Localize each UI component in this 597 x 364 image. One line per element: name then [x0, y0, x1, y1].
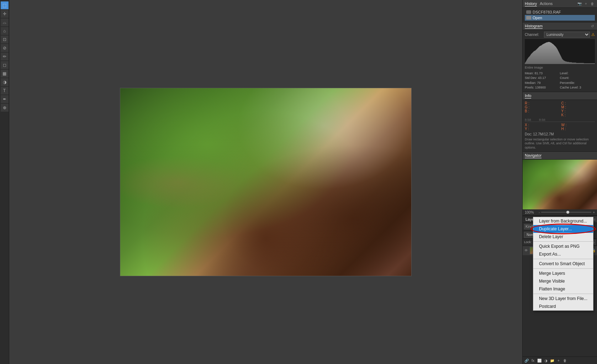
histogram-panel-icons: ↺	[590, 24, 595, 29]
context-menu-item-export-as[interactable]: Export As...	[533, 250, 593, 258]
tool-lasso[interactable]: ⌓	[1, 18, 9, 26]
layer-visibility-eye[interactable]: 👁	[524, 248, 528, 253]
navigator-header: Navigator	[523, 152, 597, 160]
tool-crop[interactable]: ⊡	[1, 36, 9, 43]
context-menu-item-duplicate[interactable]: Duplicate Layer...	[533, 225, 593, 233]
info-header: Info	[523, 92, 597, 100]
canvas-area	[9, 0, 522, 364]
tab-actions[interactable]: Actions	[540, 1, 553, 6]
histogram-cache: Cache Level: 3	[560, 85, 595, 90]
context-menu-item-3d-layer[interactable]: New 3D Layer from File...	[533, 295, 593, 303]
histogram-stats: Entire Image Mean: 81.73 Std Dev: 43.17 …	[525, 65, 595, 90]
navigator-section: Navigator 100% - +	[523, 152, 597, 216]
info-c: C :	[561, 101, 595, 105]
zoom-level-label: 100%	[525, 210, 537, 214]
layers-group-icon[interactable]: 📁	[550, 358, 555, 363]
info-xy-col: X : Y :	[525, 123, 559, 131]
tool-move[interactable]: ✛	[1, 10, 9, 18]
histogram-channel-select[interactable]: Luminosity RGB Red Green Blue	[544, 32, 590, 38]
histogram-warning-icon: ⚠	[591, 32, 595, 37]
history-item-open[interactable]: Open	[525, 15, 595, 21]
info-cmyk-col: C : M : Y : K :	[561, 101, 595, 117]
info-y-pos: Y :	[525, 127, 559, 131]
history-open-icon	[526, 16, 531, 20]
tool-text[interactable]: T	[1, 87, 9, 95]
info-b: B :	[525, 109, 559, 113]
layers-delete-icon[interactable]: 🗑	[562, 358, 567, 363]
info-bit-depth: 8-bit 8-bit	[525, 118, 595, 122]
tab-navigator[interactable]: Navigator	[525, 153, 541, 158]
histogram-header: Histogram ↺	[523, 22, 597, 30]
zoom-in-icon[interactable]: +	[593, 210, 595, 214]
tab-history[interactable]: History	[525, 1, 537, 6]
info-section: Info R : G : B : C : M : Y :	[523, 92, 597, 152]
info-m: M :	[561, 105, 595, 109]
tab-histogram[interactable]: Histogram	[525, 23, 543, 29]
zoom-out-icon[interactable]: -	[539, 210, 540, 214]
tool-eraser[interactable]: ◻	[1, 61, 9, 69]
histogram-source: Entire Image	[525, 65, 595, 70]
history-item-file[interactable]: DSCF8783.RAF	[525, 9, 595, 15]
layer-item-background[interactable]: 👁 Background 🔒 Layer from Background... …	[523, 246, 597, 256]
history-tabs: History Actions	[525, 1, 553, 6]
context-menu-item-smart-object[interactable]: Convert to Smart Object	[533, 260, 593, 268]
histogram-area: Channel: Luminosity RGB Red Green Blue ⚠	[523, 30, 597, 92]
history-item-icon	[526, 10, 531, 14]
layers-mask-icon[interactable]: ⬜	[537, 358, 542, 363]
histogram-count: Count:	[560, 76, 595, 81]
histogram-pixels: Pixels: 138900	[525, 85, 560, 90]
tool-marquee[interactable]: ⬚	[1, 1, 9, 9]
histogram-level: Level:	[560, 71, 595, 76]
left-toolbar: ⬚ ✛ ⌓ ⌂ ⊡ ⊘ ✏ ◻ ▦ ◑ T ✒ ⊕	[0, 0, 9, 364]
layers-link-icon[interactable]: 🔗	[524, 358, 529, 363]
histogram-section: Histogram ↺ Channel: Luminosity RGB Red …	[523, 22, 597, 92]
histogram-channel-label: Channel:	[525, 33, 543, 37]
histogram-stats-right: Level: Count: Percentile: Cache Level: 3	[560, 71, 595, 90]
context-menu-sep-3	[533, 268, 593, 269]
histogram-channel-row: Channel: Luminosity RGB Red Green Blue ⚠	[525, 32, 595, 38]
context-menu-item-merge-layers[interactable]: Merge Layers	[533, 269, 593, 277]
context-menu-item-delete[interactable]: Delete Layer	[533, 233, 593, 241]
tool-pen[interactable]: ✒	[1, 95, 9, 103]
context-menu-item-postcard[interactable]: Postcard	[533, 303, 593, 310]
tool-wand[interactable]: ⌂	[1, 27, 9, 35]
layers-bottom-bar: 🔗 fx ⬜ ◑ 📁 + 🗑	[523, 357, 597, 364]
context-menu-item-quick-export[interactable]: Quick Export as PNG	[533, 242, 593, 250]
info-tabs: Info	[525, 93, 531, 98]
history-new-icon[interactable]: +	[583, 1, 588, 6]
navigator-preview[interactable]	[523, 160, 597, 209]
layers-new-icon[interactable]: +	[556, 358, 561, 363]
tool-blur[interactable]: ◑	[1, 78, 9, 86]
histogram-refresh-icon[interactable]: ↺	[590, 24, 595, 29]
tool-brush[interactable]: ✏	[1, 53, 9, 60]
history-header: History Actions 📷 + 🗑	[523, 0, 597, 8]
info-r: R :	[525, 101, 559, 105]
layers-lock-label: Lock:	[524, 240, 532, 244]
context-menu-item-layer-from-bg[interactable]: Layer from Background...	[533, 217, 593, 225]
histogram-percentile: Percentile:	[560, 81, 595, 86]
histogram-stats-left: Mean: 81.73 Std Dev: 43.17 Median: 79 Pi…	[525, 71, 560, 90]
tool-gradient[interactable]: ▦	[1, 70, 9, 77]
info-rgb-col: R : G : B :	[525, 101, 559, 117]
zoom-bar: 100% - +	[523, 209, 597, 216]
zoom-slider[interactable]	[541, 212, 591, 213]
context-menu-item-flatten[interactable]: Flatten Image	[533, 285, 593, 293]
tool-zoom[interactable]: ⊕	[1, 104, 9, 112]
histogram-mean: Mean: 81.73	[525, 71, 560, 76]
tab-info[interactable]: Info	[525, 93, 531, 98]
layers-adjustment-icon[interactable]: ◑	[543, 358, 548, 363]
info-color-row: R : G : B : C : M : Y : K :	[525, 101, 595, 117]
info-wh-col: W : H :	[561, 123, 595, 131]
tool-eyedropper[interactable]: ⊘	[1, 44, 9, 52]
context-menu-sep-1	[533, 241, 593, 242]
context-menu-sep-2	[533, 259, 593, 259]
history-delete-icon[interactable]: 🗑	[590, 1, 595, 6]
context-menu-item-merge-visible[interactable]: Merge Visible	[533, 277, 593, 285]
canvas-image	[120, 88, 412, 276]
history-snapshot-icon[interactable]: 📷	[577, 1, 582, 6]
histogram-tabs: Histogram	[525, 23, 543, 29]
histogram-stddev: Std Dev: 43.17	[525, 76, 560, 81]
layers-fx-icon[interactable]: fx	[530, 358, 535, 363]
right-panel: History Actions 📷 + 🗑 DSCF8783.RAF	[522, 0, 597, 364]
info-g: G :	[525, 105, 559, 109]
